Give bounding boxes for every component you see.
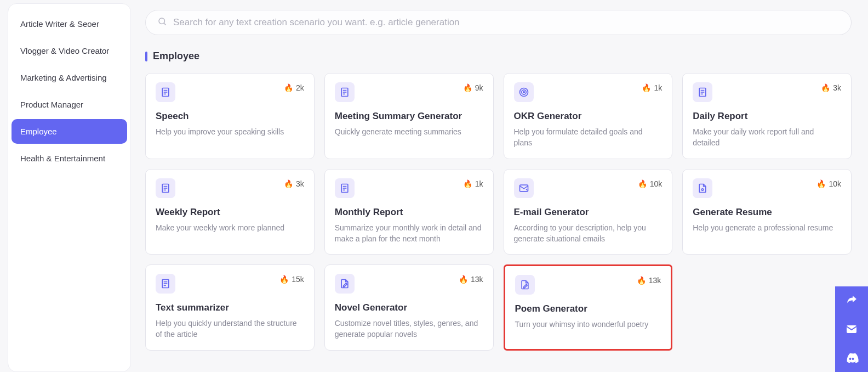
card-description: Make your weekly work more planned	[156, 222, 304, 233]
card-weekly-report[interactable]: 🔥3kWeekly ReportMake your weekly work mo…	[145, 169, 315, 255]
fire-icon: 🔥	[816, 179, 826, 188]
search-input[interactable]	[145, 10, 852, 35]
card-title: Speech	[156, 111, 304, 122]
card-speech[interactable]: 🔥2kSpeechHelp you improve your speaking …	[145, 73, 315, 159]
sidebar-item-vlogger[interactable]: Vlogger & Video Creator	[12, 38, 127, 63]
card-top: 🔥13k	[515, 275, 661, 295]
cards-grid: 🔥2kSpeechHelp you improve your speaking …	[145, 73, 852, 351]
card-top: 🔥9k	[335, 82, 483, 102]
section-accent-bar	[145, 52, 147, 61]
card-title: Text summarizer	[156, 302, 304, 313]
sidebar: Article Writer & Seoer Vlogger & Video C…	[8, 3, 131, 372]
float-bar	[835, 286, 868, 372]
card-top: 🔥15k	[156, 274, 304, 294]
heat-value: 13k	[649, 276, 661, 285]
mail-icon	[514, 178, 534, 198]
card-meeting-summary-generator[interactable]: 🔥9kMeeting Summary GeneratorQuickly gene…	[324, 73, 494, 159]
doc-icon	[156, 178, 175, 198]
fire-icon: 🔥	[638, 179, 647, 188]
heat-value: 3k	[833, 83, 841, 92]
svg-point-12	[523, 92, 524, 93]
card-title: Monthly Report	[335, 207, 483, 218]
svg-point-0	[159, 18, 165, 24]
fire-icon: 🔥	[284, 179, 293, 188]
heat-badge: 🔥3k	[284, 179, 304, 188]
edit-icon	[335, 274, 355, 294]
share-button[interactable]	[835, 286, 868, 315]
heat-badge: 🔥15k	[279, 275, 304, 284]
svg-point-26	[702, 188, 704, 190]
edit-icon	[515, 275, 535, 295]
card-description: Help you quickly understand the structur…	[156, 318, 304, 340]
sidebar-item-marketing[interactable]: Marketing & Advertising	[12, 65, 127, 90]
fire-icon: 🔥	[284, 83, 293, 92]
heat-badge: 🔥1k	[463, 179, 483, 188]
card-title: E-mail Generator	[514, 207, 663, 218]
heat-badge: 🔥10k	[816, 179, 841, 188]
svg-line-1	[164, 23, 165, 25]
card-top: 🔥2k	[156, 82, 304, 102]
sidebar-item-health[interactable]: Health & Entertainment	[12, 146, 127, 171]
card-generate-resume[interactable]: 🔥10kGenerate ResumeHelp you generate a p…	[682, 169, 852, 255]
card-top: 🔥13k	[335, 274, 483, 294]
heat-value: 2k	[296, 83, 304, 92]
card-okr-generator[interactable]: 🔥1kOKR GeneratorHelp you formulate detai…	[504, 73, 673, 159]
card-top: 🔥1k	[514, 82, 663, 102]
file-icon	[693, 178, 712, 198]
mail-button[interactable]	[835, 315, 868, 343]
card-title: Generate Resume	[693, 207, 841, 218]
section-title: Employee	[153, 50, 199, 62]
heat-value: 13k	[471, 275, 483, 284]
heat-value: 1k	[654, 83, 662, 92]
fire-icon: 🔥	[821, 83, 830, 92]
heat-badge: 🔥2k	[284, 83, 304, 92]
card-description: Quickly generate meeting summaries	[335, 126, 483, 137]
sidebar-item-employee[interactable]: Employee	[12, 119, 127, 144]
card-description: Customize novel titles, styles, genres, …	[335, 318, 483, 340]
card-description: Make your daily work report full and det…	[693, 126, 841, 149]
main-content: Employee 🔥2kSpeechHelp you improve your …	[131, 0, 868, 372]
card-top: 🔥10k	[514, 178, 663, 198]
fire-icon: 🔥	[637, 276, 646, 285]
discord-button[interactable]	[835, 343, 868, 372]
doc-icon	[156, 274, 175, 294]
heat-badge: 🔥3k	[821, 83, 841, 92]
doc-icon	[693, 82, 712, 102]
card-description: Turn your whimsy into wonderful poetry	[515, 319, 661, 330]
card-title: Daily Report	[693, 111, 841, 122]
heat-value: 10k	[650, 179, 663, 188]
fire-icon: 🔥	[279, 275, 289, 284]
fire-icon: 🔥	[642, 83, 651, 92]
sidebar-item-product-manager[interactable]: Product Manager	[12, 92, 127, 117]
card-novel-generator[interactable]: 🔥13kNovel GeneratorCustomize novel title…	[324, 264, 494, 351]
card-description: Help you improve your speaking skills	[156, 126, 304, 137]
card-title: Meeting Summary Generator	[335, 111, 483, 122]
card-description: Help you formulate detailed goals and pl…	[514, 126, 663, 149]
heat-badge: 🔥9k	[463, 83, 483, 92]
heat-value: 3k	[296, 179, 304, 188]
doc-icon	[335, 82, 355, 102]
card-e-mail-generator[interactable]: 🔥10kE-mail GeneratorAccording to your de…	[504, 169, 673, 255]
search-wrap	[145, 10, 852, 35]
search-icon	[157, 16, 167, 29]
card-text-summarizer[interactable]: 🔥15kText summarizerHelp you quickly unde…	[145, 264, 315, 351]
heat-value: 1k	[475, 179, 483, 188]
fire-icon: 🔥	[459, 275, 468, 284]
heat-value: 15k	[292, 275, 304, 284]
section-header: Employee	[145, 50, 852, 62]
card-top: 🔥1k	[335, 178, 483, 198]
heat-value: 10k	[829, 179, 841, 188]
card-poem-generator[interactable]: 🔥13kPoem GeneratorTurn your whimsy into …	[504, 264, 673, 351]
card-daily-report[interactable]: 🔥3kDaily ReportMake your daily work repo…	[682, 73, 852, 159]
sidebar-item-article-writer[interactable]: Article Writer & Seoer	[12, 12, 127, 36]
card-top: 🔥3k	[156, 178, 304, 198]
card-monthly-report[interactable]: 🔥1kMonthly ReportSummarize your monthly …	[324, 169, 494, 255]
doc-icon	[335, 178, 355, 198]
card-top: 🔥3k	[693, 82, 841, 102]
card-description: Summarize your monthly work in detail an…	[335, 222, 483, 245]
card-title: Weekly Report	[156, 207, 304, 218]
card-top: 🔥10k	[693, 178, 841, 198]
card-title: Novel Generator	[335, 302, 483, 313]
card-description: Help you generate a professional resume	[693, 222, 841, 233]
heat-badge: 🔥13k	[459, 275, 483, 284]
